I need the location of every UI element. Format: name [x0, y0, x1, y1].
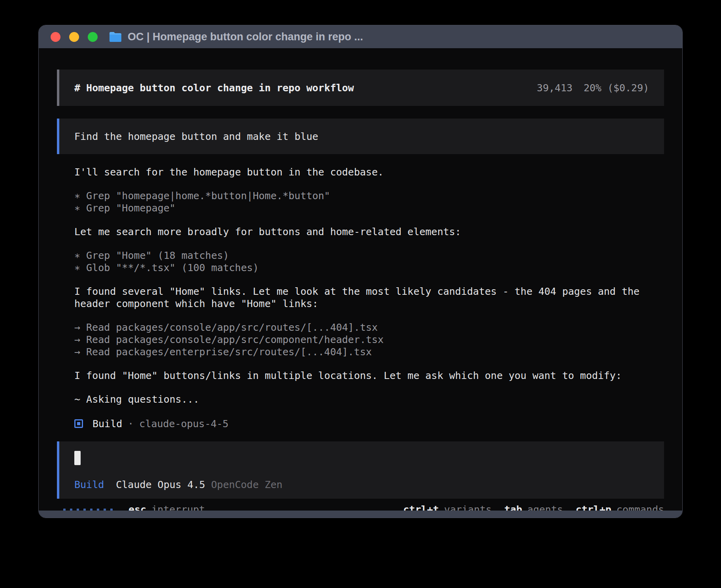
- model-id: claude-opus-4-5: [139, 418, 228, 430]
- arrow-right-icon: →: [74, 346, 80, 358]
- shortcut-agents[interactable]: tab agents: [504, 503, 563, 511]
- read-call-text: Read packages/console/app/src/component/…: [86, 334, 384, 345]
- tool-call: ∗Grep "Homepage": [74, 202, 664, 214]
- status-bar: esc interrupt ctrl+t variants tab agents…: [57, 503, 664, 511]
- context-usage-cost: 20% ($0.29): [583, 82, 649, 94]
- assistant-messages: I'll search for the homepage button in t…: [57, 166, 664, 430]
- tool-call-text: Grep "homepage|home.*button|Home.*button…: [86, 190, 330, 202]
- asterisk-icon: ∗: [74, 202, 80, 214]
- desktop: { "window": { "title": "OC | Homepage bu…: [0, 0, 721, 588]
- read-call-text: Read packages/console/app/src/routes/[..…: [86, 322, 378, 333]
- agent-square-icon: [74, 419, 83, 428]
- read-call: →Read packages/console/app/src/routes/[.…: [74, 321, 664, 334]
- tool-call-group: ∗Grep "homepage|home.*button|Home.*butto…: [74, 190, 664, 214]
- tool-call-text: Grep "Homepage": [86, 202, 176, 214]
- spinner-dots-icon: [63, 509, 113, 511]
- tool-call-text: Glob "**/*.tsx" (100 matches): [86, 262, 259, 273]
- titlebar[interactable]: OC | Homepage button color change in rep…: [39, 25, 682, 48]
- tool-call: ∗Grep "Home" (18 matches): [74, 249, 664, 262]
- assistant-text: Let me search more broadly for buttons a…: [74, 226, 664, 238]
- shortcut-label: commands: [617, 503, 664, 511]
- token-count: 39,413: [537, 82, 572, 94]
- zoom-button-icon[interactable]: [88, 32, 98, 42]
- status-line: ~ Asking questions...: [74, 393, 664, 405]
- esc-key-label: interrupt: [151, 503, 205, 511]
- prompt-input[interactable]: Build Claude Opus 4.5 OpenCode Zen: [57, 441, 664, 499]
- tool-call-text: Grep "Home" (18 matches): [86, 250, 229, 261]
- assistant-text: I found "Home" buttons/links in multiple…: [74, 369, 651, 382]
- read-call-text: Read packages/enterprise/src/routes/[...…: [86, 346, 372, 358]
- traffic-lights: [51, 32, 98, 42]
- window-title: OC | Homepage button color change in rep…: [128, 31, 363, 43]
- status-shortcuts: ctrl+t variants tab agents ctrl+p comman…: [403, 503, 664, 511]
- shortcut-key: ctrl+t: [403, 503, 439, 511]
- esc-key[interactable]: esc: [128, 503, 146, 511]
- provider-label: OpenCode Zen: [211, 479, 283, 491]
- session-stats: 39,413 20% ($0.29): [537, 82, 649, 94]
- agent-model-row: Build · claude-opus-4-5: [74, 417, 664, 430]
- minimize-button-icon[interactable]: [69, 32, 79, 42]
- terminal-content: # Homepage button color change in repo w…: [39, 48, 682, 511]
- session-title: # Homepage button color change in repo w…: [74, 82, 354, 94]
- dot-separator: ·: [128, 418, 134, 430]
- agent-mode-label[interactable]: Build: [74, 479, 104, 491]
- arrow-right-icon: →: [74, 321, 80, 334]
- shortcut-commands[interactable]: ctrl+p commands: [576, 503, 664, 511]
- shortcut-label: agents: [527, 503, 563, 511]
- asterisk-icon: ∗: [74, 190, 80, 202]
- tool-call-group: →Read packages/console/app/src/routes/[.…: [74, 321, 664, 358]
- shortcut-variants[interactable]: ctrl+t variants: [403, 503, 492, 511]
- model-name-label[interactable]: Claude Opus 4.5: [116, 479, 205, 491]
- tool-call: ∗Glob "**/*.tsx" (100 matches): [74, 262, 664, 274]
- input-model-row: Build Claude Opus 4.5 OpenCode Zen: [74, 479, 649, 491]
- assistant-text: I found several "Home" links. Let me loo…: [74, 285, 651, 310]
- read-call: →Read packages/enterprise/src/routes/[..…: [74, 346, 664, 358]
- text-cursor: [74, 451, 81, 465]
- shortcut-key: ctrl+p: [576, 503, 611, 511]
- shortcut-label: variants: [444, 503, 491, 511]
- folder-icon: [109, 32, 122, 42]
- tool-call-group: ∗Grep "Home" (18 matches) ∗Glob "**/*.ts…: [74, 249, 664, 274]
- asterisk-icon: ∗: [74, 262, 80, 274]
- session-header: # Homepage button color change in repo w…: [57, 70, 664, 106]
- arrow-right-icon: →: [74, 334, 80, 346]
- close-button-icon[interactable]: [51, 32, 60, 42]
- shortcut-key: tab: [504, 503, 522, 511]
- user-message-text: Find the homepage button and make it blu…: [74, 130, 318, 143]
- status-left: esc interrupt: [63, 503, 205, 511]
- app-window: OC | Homepage button color change in rep…: [39, 25, 682, 518]
- user-message: Find the homepage button and make it blu…: [57, 119, 664, 154]
- asterisk-icon: ∗: [74, 249, 80, 262]
- assistant-text: I'll search for the homepage button in t…: [74, 166, 664, 178]
- read-call: →Read packages/console/app/src/component…: [74, 334, 664, 346]
- agent-name: Build: [92, 418, 122, 430]
- tool-call: ∗Grep "homepage|home.*button|Home.*butto…: [74, 190, 664, 202]
